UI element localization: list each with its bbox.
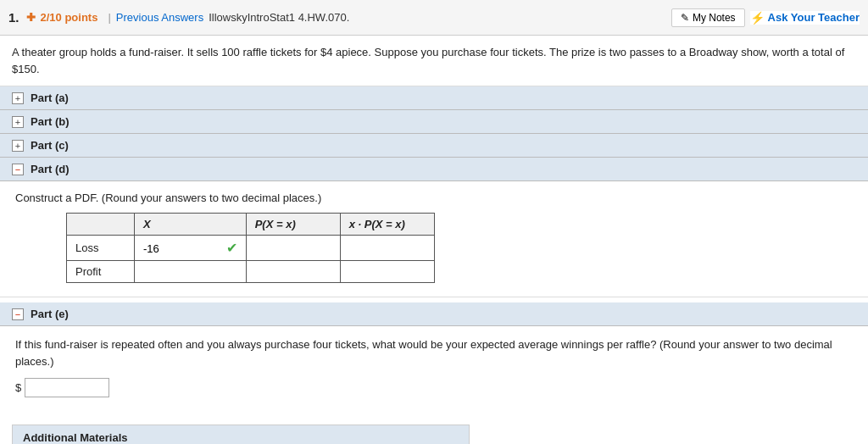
part-c-header[interactable]: + Part (c) [0, 134, 868, 158]
col-header-px: P(X = x) [246, 214, 340, 236]
part-b-label: Part (b) [31, 115, 70, 128]
row-profit-x-input[interactable] [143, 265, 220, 278]
part-a-label: Part (a) [31, 92, 69, 104]
row-profit-label: Profit [67, 261, 135, 283]
additional-materials-header: Additional Materials [13, 425, 469, 444]
row-loss-x-input[interactable] [143, 242, 220, 255]
my-notes-label: My Notes [693, 12, 736, 24]
row-profit-xpx-input[interactable] [349, 265, 426, 278]
col-header-empty [67, 214, 135, 236]
part-e-content: If this fund-raiser is repeated often an… [0, 326, 868, 411]
ask-teacher-button[interactable]: ⚡ Ask Your Teacher [750, 11, 860, 25]
previous-answers-link[interactable]: Previous Answers [116, 11, 203, 24]
row-loss-xpx-cell [340, 236, 434, 261]
points-display: 2/10 points [41, 11, 98, 24]
question-number: 1. [8, 10, 19, 25]
table-row-profit: Profit [67, 261, 435, 283]
part-b-expand-icon: + [12, 116, 24, 128]
row-loss-xpx-input[interactable] [349, 241, 426, 254]
part-e-question: If this fund-raiser is repeated often an… [15, 336, 853, 369]
problem-statement: A theater group holds a fund-raiser. It … [0, 36, 868, 86]
col-header-x: X [135, 214, 247, 236]
row-loss-px-cell [246, 236, 340, 261]
part-c-label: Part (c) [31, 139, 69, 152]
row-profit-xpx-cell [340, 261, 434, 283]
part-e-header[interactable]: − Part (e) [0, 302, 868, 326]
course-id: IllowskyIntroStat1 4.HW.070. [209, 11, 349, 24]
pdf-instruction: Construct a PDF. (Round your answers to … [15, 191, 853, 204]
part-c-expand-icon: + [12, 140, 24, 152]
part-d-expand-icon: − [12, 164, 24, 175]
points-icon: ✚ [26, 11, 36, 24]
part-b-header[interactable]: + Part (b) [0, 110, 868, 134]
my-notes-button[interactable]: ✎ My Notes [671, 8, 745, 27]
pdf-table: X P(X = x) x · P(X = x) Loss ✔ Pr [66, 213, 435, 283]
separator: | [108, 11, 110, 24]
row-loss-x-cell: ✔ [135, 236, 247, 261]
row-profit-px-input[interactable] [255, 265, 331, 278]
part-d-label: Part (d) [31, 163, 70, 175]
part-e-expand-icon: − [12, 308, 24, 320]
additional-materials: Additional Materials 📖 Section 4.1 [12, 425, 470, 444]
top-bar: 1. ✚ 2/10 points | Previous Answers Illo… [0, 0, 868, 36]
row-loss-px-input[interactable] [255, 241, 331, 254]
row-loss-label: Loss [67, 236, 135, 261]
part-a-header[interactable]: + Part (a) [0, 86, 868, 110]
part-a-expand-icon: + [12, 92, 24, 104]
table-row-loss: Loss ✔ [67, 236, 435, 261]
check-icon: ✔ [226, 241, 237, 255]
note-icon: ✎ [681, 12, 689, 24]
ask-teacher-icon: ⚡ [750, 11, 765, 25]
part-e-label: Part (e) [31, 308, 69, 320]
row-profit-x-cell [135, 261, 247, 283]
part-d-content: Construct a PDF. (Round your answers to … [0, 181, 868, 297]
dollar-input-group: $ [15, 378, 853, 397]
dollar-sign: $ [15, 381, 21, 394]
ask-teacher-label: Ask Your Teacher [768, 11, 860, 24]
row-profit-px-cell [246, 261, 340, 283]
part-e-answer-input[interactable] [25, 378, 109, 397]
col-header-xpx: x · P(X = x) [340, 214, 434, 236]
part-d-header[interactable]: − Part (d) [0, 158, 868, 181]
